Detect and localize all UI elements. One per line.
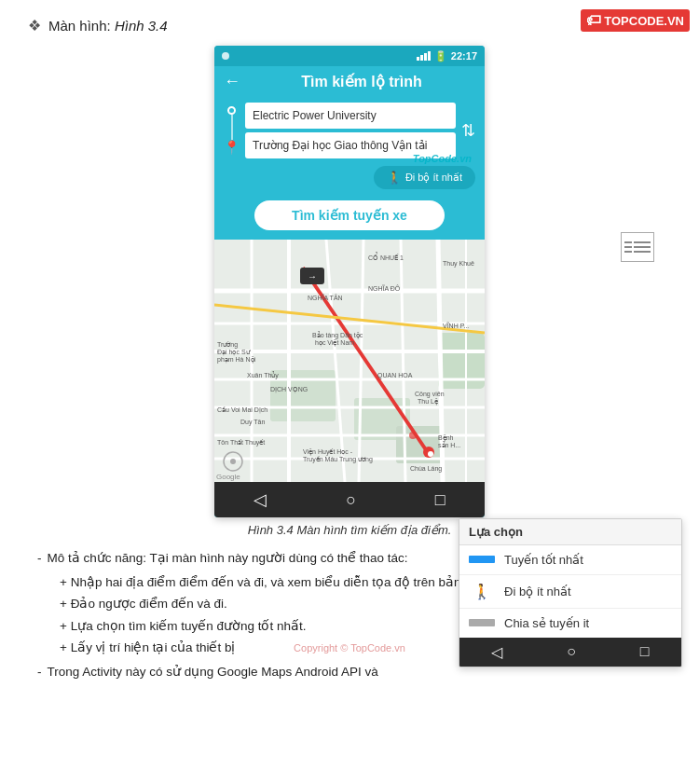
- plus1-text: + Nhập hai địa điểm điểm đến và đi, và x…: [60, 575, 484, 589]
- main-content-area: 🔋 22:17 ← Tìm kiếm lộ trình TopCode.vn 📍: [28, 46, 671, 517]
- status-bar: 🔋 22:17: [214, 46, 485, 66]
- popup-item-walk[interactable]: 🚶 Đi bộ ít nhất: [459, 575, 681, 609]
- back-nav-icon[interactable]: ◁: [254, 489, 267, 510]
- line-short-2: [624, 246, 632, 248]
- svg-text:Thu Lệ: Thu Lệ: [418, 398, 438, 406]
- svg-text:phạm Hà Nội: phạm Hà Nội: [217, 356, 256, 364]
- walk-button[interactable]: 🚶 Đi bộ ít nhất: [374, 166, 475, 189]
- search-route-area: Tìm kiếm tuyến xe: [214, 195, 485, 240]
- svg-point-24: [428, 451, 433, 457]
- svg-text:Trường: Trường: [217, 341, 238, 349]
- lines-row-1: [624, 241, 651, 243]
- svg-text:Viện Huyết Học -: Viện Huyết Học -: [303, 448, 353, 456]
- walk-icon: 🚶: [387, 171, 402, 185]
- svg-text:Duy Tân: Duy Tân: [240, 419, 265, 426]
- status-dot: [222, 52, 229, 60]
- route-line: [231, 115, 233, 140]
- popup-back-icon[interactable]: ◁: [491, 643, 502, 661]
- swap-col: ⇅: [461, 103, 475, 158]
- search-route-button[interactable]: Tìm kiếm tuyến xe: [254, 200, 445, 230]
- signal-bar-3: [424, 53, 427, 61]
- line-long-3: [634, 251, 651, 253]
- line-short-1: [624, 241, 632, 243]
- svg-text:NGHĨA TÂN: NGHĨA TÂN: [308, 294, 343, 301]
- popup-item-best-route[interactable]: Tuyến tốt nhất: [459, 545, 681, 575]
- svg-text:Google: Google: [216, 473, 240, 481]
- signal-bars: [417, 51, 431, 61]
- map-area: → Học viện Kỹ thuật Quân s... NGHĨA TÂN …: [214, 240, 485, 482]
- svg-point-25: [409, 432, 417, 439]
- popup-home-icon[interactable]: ○: [567, 643, 576, 661]
- origin-input[interactable]: Electric Power University: [245, 103, 456, 129]
- walk-popup-icon: 🚶: [469, 583, 495, 600]
- app-header: ← Tìm kiếm lộ trình: [214, 66, 485, 97]
- svg-text:Xuân Thủy: Xuân Thủy: [247, 371, 279, 379]
- svg-text:Cầu Voi Mai Dịch: Cầu Voi Mai Dịch: [217, 406, 267, 414]
- search-route-label: Tìm kiếm tuyến xe: [292, 208, 407, 223]
- home-nav-icon[interactable]: ○: [346, 490, 356, 510]
- route-dots: 📍: [224, 103, 240, 158]
- logo-icon: 🏷: [586, 12, 601, 29]
- svg-text:VĨNH P...: VĨNH P...: [443, 322, 469, 329]
- plus3-text: + Lựa chọn tìm kiếm tuyến đường tốt nhất…: [60, 619, 306, 633]
- walk-button-label: Đi bộ ít nhất: [405, 172, 462, 184]
- section-header: ❖ Màn hình: Hình 3.4: [28, 17, 671, 34]
- svg-text:QUAN HOA: QUAN HOA: [377, 372, 413, 379]
- svg-text:Công viên: Công viên: [415, 391, 445, 398]
- status-right: 🔋 22:17: [417, 50, 477, 62]
- lines-row-2: [624, 246, 651, 248]
- status-time: 22:17: [451, 50, 477, 62]
- line-short-3: [624, 251, 632, 253]
- popup-nav-bar: ◁ ○ □: [459, 638, 681, 667]
- section-label: Màn hình: Hình 3.4: [48, 18, 168, 34]
- destination-input[interactable]: Trường Đại học Giao thông Vận tải: [245, 132, 456, 158]
- recent-nav-icon[interactable]: □: [435, 490, 445, 510]
- popup-item-share[interactable]: Chia sẻ tuyến it: [459, 609, 681, 638]
- best-route-icon: [469, 556, 495, 563]
- plus4-text: + Lấy vị trí hiện tại của thiết bị: [60, 640, 235, 654]
- phone-mockup: 🔋 22:17 ← Tìm kiếm lộ trình TopCode.vn 📍: [214, 46, 485, 517]
- dash-1: -: [37, 548, 42, 569]
- popup-recent-icon[interactable]: □: [640, 643, 650, 661]
- svg-text:Bảo tàng Dân tộc: Bảo tàng Dân tộc: [312, 331, 363, 339]
- back-arrow-icon[interactable]: ←: [224, 72, 240, 91]
- svg-text:Bệnh: Bệnh: [438, 434, 454, 442]
- walk-button-area: 🚶 Đi bộ ít nhất: [214, 166, 485, 195]
- svg-text:Đại học Sư: Đại học Sư: [217, 349, 251, 356]
- bullet2-text: Trong Activity này có sử dụng Google Map…: [48, 662, 378, 682]
- svg-text:Tôn Thất Thuyết: Tôn Thất Thuyết: [217, 439, 265, 447]
- best-route-label: Tuyến tốt nhất: [504, 553, 583, 567]
- origin-dot: [227, 106, 236, 115]
- plus2-text: + Đảo ngược điểm đến và đi.: [60, 597, 227, 611]
- popup-title: Lựa chọn: [459, 519, 681, 545]
- dash-2: -: [37, 662, 42, 682]
- svg-text:NGHĨA ĐÔ: NGHĨA ĐÔ: [368, 284, 401, 292]
- popup-container: Lựa chọn Tuyến tốt nhất 🚶 Đi bộ ít nhất …: [459, 518, 682, 667]
- signal-bar-1: [417, 57, 419, 61]
- share-icon: [469, 619, 495, 626]
- line-long-1: [634, 241, 651, 243]
- svg-point-53: [230, 459, 236, 464]
- lines-icon: [621, 232, 654, 262]
- svg-text:Truyền Máu Trung ương: Truyền Máu Trung ương: [303, 456, 373, 463]
- signal-bar-4: [428, 51, 431, 61]
- topcode-logo: 🏷 TOPCODE.VN: [581, 9, 690, 32]
- share-label: Chia sẻ tuyến it: [504, 616, 589, 630]
- svg-text:→: →: [308, 271, 317, 282]
- nav-bar: ◁ ○ □: [214, 482, 485, 517]
- search-inputs: Electric Power University Trường Đại học…: [245, 103, 456, 158]
- destination-text: Trường Đại học Giao thông Vận tải: [253, 139, 427, 152]
- line-long-2: [634, 246, 651, 248]
- bullet1-text: Mô tả chức năng: Tại màn hình này người …: [48, 548, 408, 569]
- svg-text:DỊCH VỌNG: DỊCH VỌNG: [270, 386, 308, 393]
- status-left: [222, 52, 229, 60]
- bullet-icon: ❖: [28, 17, 41, 34]
- svg-text:sản H...: sản H...: [438, 441, 460, 448]
- origin-text: Electric Power University: [253, 109, 377, 122]
- swap-icon[interactable]: ⇅: [461, 120, 475, 141]
- signal-bar-2: [420, 55, 423, 61]
- svg-text:Thuy Khuê: Thuy Khuê: [443, 260, 474, 268]
- svg-text:học Việt Nam: học Việt Nam: [315, 339, 354, 347]
- lines-row-3: [624, 251, 651, 253]
- map-svg: → Học viện Kỹ thuật Quân s... NGHĨA TÂN …: [214, 240, 485, 482]
